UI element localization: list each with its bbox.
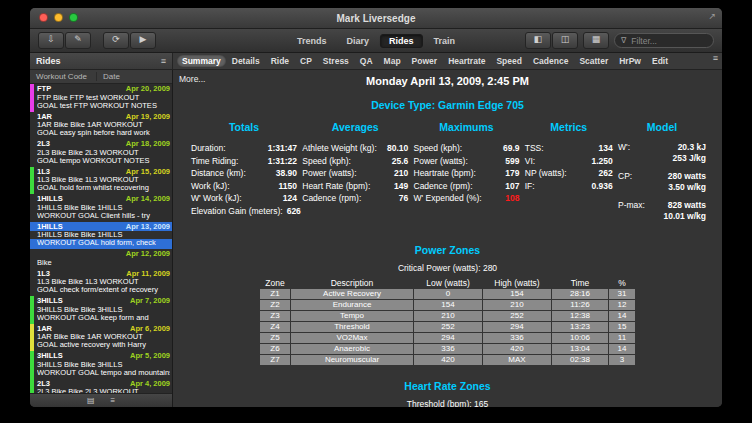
metric-label: Work (kJ):: [191, 180, 230, 193]
column-date[interactable]: Date: [97, 72, 120, 81]
analysis-tab[interactable]: HrPw: [614, 55, 646, 67]
workout-code: 3HILLS: [37, 297, 63, 306]
ride-desc-line: 3HILLS Bike Bike 3HILLS: [37, 306, 170, 314]
power-zones-heading: Power Zones: [173, 244, 722, 256]
zone-time-cell: 28:16: [552, 289, 608, 299]
ride-desc-line: 1HILLS Bike Bike 1HILLS: [30, 231, 172, 239]
ride-list-item[interactable]: 2L3 Apr 4, 2009 2L3 Bike Bike 2L3 WORKOU…: [30, 379, 172, 394]
zone-time-cell: 02:38: [552, 355, 608, 365]
analysis-tab[interactable]: CP: [295, 55, 317, 67]
filter-input[interactable]: [629, 35, 697, 47]
manual-entry-button[interactable]: ✎: [65, 32, 91, 49]
averages-section: Averages Athlete Weight (kg): 80.10 Spee…: [302, 121, 408, 229]
analysis-tab[interactable]: Cadence: [528, 55, 573, 67]
ride-list-item[interactable]: 3HILLS Apr 7, 2009 3HILLS Bike Bike 3HIL…: [30, 296, 172, 324]
ride-list-item[interactable]: 1AR Apr 19, 2009 1AR Bike Bike 1AR WORKO…: [30, 112, 172, 140]
zone-cell: Z1: [260, 289, 290, 299]
view-tab[interactable]: Diary: [337, 34, 378, 48]
analysis-tab[interactable]: Heartrate: [443, 55, 490, 67]
toggle-lowbar-button[interactable]: ◫: [552, 32, 578, 49]
column-workout-code[interactable]: Workout Code: [30, 72, 97, 81]
title-bar[interactable]: Mark Liversedge ↗: [30, 8, 722, 29]
fullscreen-icon[interactable]: ↗: [708, 11, 716, 21]
high-col-header: High (watts): [483, 278, 551, 288]
metric-label: W' Work (kJ):: [191, 192, 242, 205]
list-column-headers[interactable]: Workout Code Date: [30, 70, 172, 84]
summary-row: Cadence (rpm): 107: [414, 180, 520, 193]
zone-cell: Z4: [260, 322, 290, 332]
sync-button[interactable]: ⟳: [103, 32, 129, 49]
analysis-tab[interactable]: Power: [407, 55, 443, 67]
ride-list-item[interactable]: Apr 12, 2009 Bike: [30, 249, 172, 269]
ride-color-strip: [30, 167, 34, 195]
analysis-tab[interactable]: Speed: [491, 55, 527, 67]
zone-low-cell: 252: [414, 322, 482, 332]
ride-desc-line: FTP Bike FTP test WORKOUT: [37, 94, 170, 102]
zone-time-cell: 12:38: [552, 311, 608, 321]
ride-list-item[interactable]: 1AR Apr 6, 2009 1AR Bike Bike 1AR WORKOU…: [30, 324, 172, 352]
metric-label: Heartrate (bpm):: [414, 167, 476, 180]
toolbar-group-left2: ⟳ ▶: [103, 32, 156, 49]
zoom-button[interactable]: [69, 13, 78, 22]
metric-label: NP (watts):: [525, 167, 567, 180]
minimize-button[interactable]: [54, 13, 63, 22]
zone-description-cell: Neuromuscular: [291, 355, 413, 365]
workout-code: 1L3: [37, 270, 50, 279]
import-ride-button[interactable]: ⇩: [38, 32, 64, 49]
zone-description-cell: Tempo: [291, 311, 413, 321]
ride-goal-line: WORKOUT GOAL hold form, check: [37, 239, 170, 247]
ride-list-item[interactable]: 1L3 Apr 15, 2009 1L3 Bike Bike 1L3 WORKO…: [30, 167, 172, 195]
metric-label: IF:: [525, 180, 535, 193]
ride-list-item[interactable]: 1L3 Apr 11, 2009 1L3 Bike Bike 1L3 WORKO…: [30, 269, 172, 297]
tiled-view-button[interactable]: ▦: [583, 32, 609, 49]
metric-value: 107: [505, 180, 519, 193]
zone-cell: Z3: [260, 311, 290, 321]
ride-color-strip: [30, 194, 34, 222]
analysis-tab[interactable]: Details: [227, 55, 265, 67]
zone-table-row: Z5 VO2Max 294 336 10:06 11: [260, 333, 635, 343]
ride-list[interactable]: FTP Apr 20, 2009 FTP Bike FTP test WORKO…: [30, 84, 172, 393]
toggle-sidebar-button[interactable]: ◧: [525, 32, 551, 49]
sidebar-menu-icon[interactable]: ≡: [161, 56, 166, 66]
funnel-icon: ∇: [621, 36, 626, 45]
view-tab[interactable]: Trends: [288, 34, 336, 48]
analysis-tab[interactable]: Summary: [177, 55, 226, 67]
list-icon[interactable]: ≡: [110, 396, 115, 405]
zone-percent-cell: 3: [609, 355, 635, 365]
analysis-tab[interactable]: Stress: [318, 55, 354, 67]
analysis-tab[interactable]: Scatter: [574, 55, 613, 67]
ride-list-item[interactable]: 1HILLS Apr 14, 2009 1HILLS Bike Bike 1HI…: [30, 194, 172, 222]
ride-list-item[interactable]: FTP Apr 20, 2009 FTP Bike FTP test WORKO…: [30, 84, 172, 112]
summary-row: Heart Rate (bpm): 149: [302, 180, 408, 193]
zone-table-row: Z6 Anaerobic 336 420 13:04 14: [260, 344, 635, 354]
ride-date: Apr 14, 2009: [126, 195, 170, 204]
ride-list-item[interactable]: 2L3 Apr 18, 2009 2L3 Bike Bike 2L3 WORKO…: [30, 139, 172, 167]
summary-row: Athlete Weight (kg): 80.10: [302, 142, 408, 155]
critical-power-text: Critical Power (watts): 280: [173, 263, 722, 273]
filter-box: ∇: [614, 33, 714, 48]
analysis-tab[interactable]: QA: [355, 55, 378, 67]
calendar-icon[interactable]: ▤: [87, 396, 95, 405]
ride-desc-line: Bike: [37, 259, 170, 267]
ride-list-item[interactable]: 1HILLS Apr 13, 2009 1HILLS Bike Bike 1HI…: [30, 222, 172, 250]
tabs-menu-icon[interactable]: ≡: [713, 53, 722, 69]
analysis-tab[interactable]: Edit: [647, 55, 673, 67]
totals-heading: Totals: [191, 121, 297, 133]
analysis-tab[interactable]: Ride: [266, 55, 294, 67]
close-button[interactable]: [39, 13, 48, 22]
more-link[interactable]: More...: [179, 74, 205, 84]
summary-columns: Totals Duration: 1:31:47 Time Riding: 1:…: [173, 111, 722, 229]
low-col-header: Low (watts): [414, 278, 482, 288]
zone-table-row: Z1 Active Recovery 0 154 28:16 31: [260, 289, 635, 299]
view-tab[interactable]: Rides: [380, 34, 423, 48]
ride-date: Apr 6, 2009: [130, 325, 170, 334]
ride-date: Apr 18, 2009: [126, 140, 170, 149]
zone-table-row: Z2 Endurance 154 210 11:26 12: [260, 300, 635, 310]
analysis-tab[interactable]: Map: [379, 55, 406, 67]
ride-color-strip: [30, 324, 34, 352]
ride-color-strip: [30, 222, 34, 250]
audio-button[interactable]: ▶: [130, 32, 156, 49]
ride-list-item[interactable]: 3HILLS Apr 5, 2009 3HILLS Bike Bike 3HIL…: [30, 351, 172, 379]
zone-low-cell: 154: [414, 300, 482, 310]
view-tab[interactable]: Train: [425, 34, 465, 48]
